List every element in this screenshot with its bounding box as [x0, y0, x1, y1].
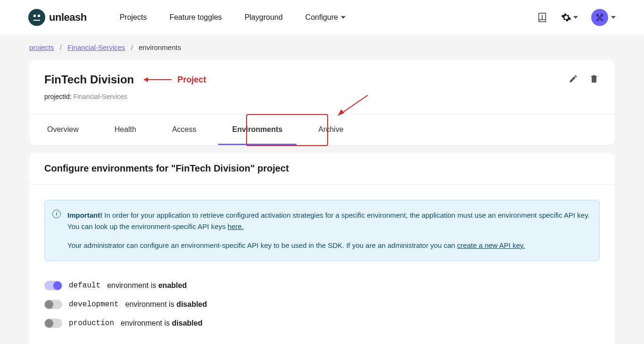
app-header: unleash Projects Feature toggles Playgro…: [0, 0, 644, 35]
env-toggle-production[interactable]: [44, 319, 62, 328]
environments-card: Configure environments for "FinTech Divi…: [29, 153, 615, 344]
chevron-down-icon: [611, 16, 616, 19]
nav-playground[interactable]: Playground: [245, 13, 283, 22]
logo-icon: [28, 9, 45, 26]
logo[interactable]: unleash: [28, 9, 87, 26]
env-status-text: environment is disabled: [125, 300, 207, 309]
delete-button[interactable]: [588, 73, 600, 84]
nav-configure-label: Configure: [305, 13, 338, 22]
breadcrumb-separator: /: [60, 43, 62, 51]
edit-button[interactable]: [568, 73, 579, 84]
nav-configure[interactable]: Configure: [305, 13, 346, 22]
alert-link-create-key[interactable]: create a new API key.: [457, 241, 525, 249]
breadcrumb-separator: /: [131, 43, 133, 51]
project-id-row: projectId: Financial-Services: [44, 93, 600, 100]
gear-icon: [561, 12, 571, 23]
tab-environments[interactable]: Environments: [215, 114, 301, 145]
alert-paragraph-2: Your administrator can configure an envi…: [67, 240, 590, 251]
environments-title: Configure environments for "FinTech Divi…: [44, 163, 600, 174]
logo-text: unleash: [49, 11, 87, 24]
svg-rect-7: [601, 19, 603, 21]
svg-rect-2: [33, 20, 40, 21]
svg-rect-3: [596, 14, 599, 16]
alert-link-here[interactable]: here.: [228, 222, 244, 230]
env-status-text: environment is enabled: [107, 281, 187, 290]
settings-menu[interactable]: [561, 12, 578, 23]
environment-row: production environment is disabled: [44, 314, 600, 333]
env-toggle-development[interactable]: [44, 300, 62, 309]
env-status-text: environment is disabled: [121, 319, 202, 328]
environment-list: default environment is enabled developme…: [29, 276, 615, 344]
env-name: production: [69, 319, 114, 328]
svg-rect-5: [598, 16, 601, 19]
breadcrumb-projects[interactable]: projects: [29, 43, 54, 51]
header-actions: [537, 9, 616, 26]
svg-rect-6: [596, 19, 599, 21]
project-title: FinTech Division: [44, 73, 134, 86]
tab-access[interactable]: Access: [154, 114, 215, 145]
nav-feature-toggles[interactable]: Feature toggles: [169, 13, 222, 22]
environment-row: default environment is enabled: [44, 276, 600, 295]
tab-overview[interactable]: Overview: [29, 114, 97, 145]
breadcrumb-project-name[interactable]: Financial-Services: [67, 43, 125, 51]
nav-projects[interactable]: Projects: [120, 13, 147, 22]
svg-rect-1: [38, 15, 40, 17]
project-header-card: FinTech Division Project projectId: Fina…: [29, 60, 615, 145]
annotation-project-arrow: Project: [143, 75, 206, 85]
project-id-value: Financial-Services: [73, 93, 127, 100]
env-name: default: [69, 281, 100, 290]
project-actions: [568, 73, 600, 84]
docs-icon[interactable]: [537, 12, 548, 23]
alert-text: Your administrator can configure an envi…: [67, 241, 457, 249]
info-icon: i: [52, 210, 61, 218]
alert-strong: Important!: [67, 211, 102, 219]
environment-row: development environment is disabled: [44, 295, 600, 314]
env-name: development: [69, 300, 119, 309]
alert-text: In order for your application to retriev…: [67, 211, 590, 230]
project-id-label: projectId:: [44, 93, 72, 100]
breadcrumb-current: environments: [139, 43, 181, 51]
trash-icon: [589, 74, 599, 83]
project-tabs: Overview Health Access Environments Arch…: [29, 114, 615, 145]
info-alert: i Important! In order for your applicati…: [44, 200, 600, 261]
chevron-down-icon: [341, 16, 346, 19]
svg-rect-0: [33, 15, 36, 17]
user-menu[interactable]: [591, 9, 616, 26]
avatar: [591, 9, 608, 26]
tab-archive[interactable]: Archive: [300, 114, 361, 145]
environments-header: Configure environments for "FinTech Divi…: [29, 153, 615, 185]
pencil-icon: [569, 74, 578, 83]
annotation-label: Project: [177, 75, 206, 85]
svg-rect-4: [601, 14, 603, 16]
main-nav: Projects Feature toggles Playground Conf…: [120, 13, 346, 22]
breadcrumb: projects / Financial-Services / environm…: [0, 35, 644, 60]
env-toggle-default[interactable]: [44, 281, 62, 290]
alert-paragraph-1: Important! In order for your application…: [67, 210, 590, 232]
svg-marker-9: [143, 77, 148, 82]
project-header: FinTech Division Project projectId: Fina…: [29, 60, 615, 100]
chevron-down-icon: [573, 16, 578, 19]
tab-health[interactable]: Health: [97, 114, 154, 145]
